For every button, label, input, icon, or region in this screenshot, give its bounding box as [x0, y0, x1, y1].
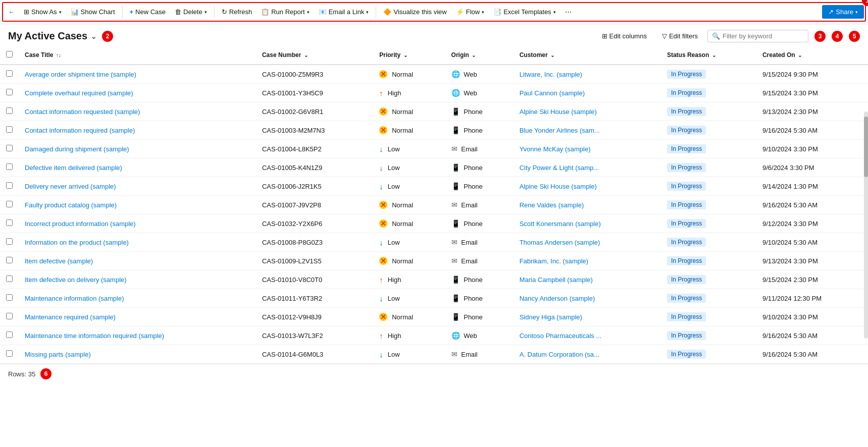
row-checkbox[interactable] [6, 238, 13, 245]
cell-origin: 🌐 Web [445, 65, 514, 84]
select-all-checkbox[interactable] [6, 51, 13, 58]
refresh-button[interactable]: ↻ Refresh [218, 6, 257, 18]
origin-cell: 📱 Phone [451, 295, 483, 302]
customer-link[interactable]: Alpine Ski House (sample) [520, 108, 597, 116]
case-title-link[interactable]: Defective item delivered (sample) [25, 164, 122, 172]
case-title-link[interactable]: Contact information requested (sample) [25, 108, 140, 116]
col-header-case-number[interactable]: Case Number ⌄ [256, 46, 373, 65]
customer-link[interactable]: Rene Valdes (sample) [520, 201, 584, 209]
cell-case-title: Faulty product catalog (sample) [19, 196, 256, 214]
col-header-status-reason[interactable]: Status Reason ⌄ [661, 46, 756, 65]
case-title-link[interactable]: Item defective (sample) [25, 257, 93, 265]
origin-label: Phone [464, 108, 483, 116]
row-checkbox[interactable] [6, 70, 13, 77]
row-checkbox[interactable] [6, 126, 13, 133]
case-title-link[interactable]: Faulty product catalog (sample) [25, 201, 117, 209]
visualize-icon: 🔶 [383, 8, 391, 16]
customer-link[interactable]: Yvonne McKay (sample) [520, 145, 591, 153]
delete-button[interactable]: 🗑 Delete ▾ [171, 6, 211, 18]
customer-link[interactable]: City Power & Light (samp... [520, 164, 599, 172]
col-header-case-title[interactable]: Case Title ↑↓ [19, 46, 256, 65]
customer-link[interactable]: Fabrikam, Inc. (sample) [520, 257, 589, 265]
status-badge: In Progress [667, 256, 706, 265]
col-header-customer[interactable]: Customer ⌄ [514, 46, 661, 65]
row-checkbox[interactable] [6, 313, 13, 319]
col-header-created-on[interactable]: Created On ⌄ [756, 46, 868, 65]
row-checkbox[interactable] [6, 257, 13, 263]
share-button[interactable]: ↗ Share ▾ [822, 5, 864, 19]
customer-link[interactable]: A. Datum Corporation (sa... [520, 351, 599, 358]
row-checkbox[interactable] [6, 201, 13, 207]
status-badge: In Progress [667, 88, 706, 97]
row-checkbox[interactable] [6, 331, 13, 338]
table-row: Maintenance time information required (s… [0, 326, 868, 345]
case-title-link[interactable]: Complete overhaul required (sample) [25, 89, 133, 97]
select-all-header [0, 46, 19, 65]
row-checkbox[interactable] [6, 89, 13, 95]
cell-customer: City Power & Light (samp... [514, 158, 661, 177]
edit-filters-button[interactable]: ▽ Edit filters [656, 29, 703, 43]
visualize-button[interactable]: 🔶 Visualize this view [379, 6, 450, 18]
view-dropdown-button[interactable]: ⌄ [90, 31, 97, 41]
annotation-circle-5: 5 [849, 31, 860, 42]
customer-link[interactable]: Paul Cannon (sample) [520, 89, 585, 97]
customer-link[interactable]: Alpine Ski House (sample) [520, 183, 597, 190]
flow-button[interactable]: ⚡ Flow ▾ [452, 6, 488, 18]
show-as-button[interactable]: ⊞ Show As ▾ [20, 6, 66, 18]
customer-link[interactable]: Scott Konersmann (sample) [520, 220, 601, 228]
case-title-link[interactable]: Item defective on delivery (sample) [25, 276, 127, 284]
case-title-link[interactable]: Maintenance required (sample) [25, 313, 116, 321]
priority-label: Low [388, 295, 400, 302]
customer-link[interactable]: Blue Yonder Airlines (sam... [520, 127, 600, 134]
scrollbar-track[interactable] [864, 111, 868, 339]
customer-link[interactable]: Contoso Pharmaceuticals ... [520, 332, 602, 340]
priority-label: Normal [392, 71, 413, 78]
case-title-link[interactable]: Incorrect product information (sample) [25, 220, 136, 228]
row-checkbox[interactable] [6, 182, 13, 189]
row-checkbox[interactable] [6, 219, 13, 226]
case-title-link[interactable]: Maintenance time information required (s… [25, 332, 164, 340]
filter-keyword-input[interactable] [723, 32, 804, 40]
case-title-link[interactable]: Delivery never arrived (sample) [25, 183, 116, 190]
cell-created-on: 9/6/2024 3:30 PM [756, 158, 868, 177]
cell-case-title: Maintenance information (sample) [19, 289, 256, 308]
show-chart-button[interactable]: 📊 Show Chart [67, 6, 119, 18]
customer-link[interactable]: Thomas Andersen (sample) [520, 239, 600, 246]
case-title-link[interactable]: Contact information required (sample) [25, 127, 135, 134]
customer-link[interactable]: Maria Campbell (sample) [520, 276, 593, 284]
status-badge: In Progress [667, 331, 706, 340]
row-checkbox[interactable] [6, 275, 13, 282]
row-checkbox[interactable] [6, 145, 13, 151]
row-checkbox[interactable] [6, 163, 13, 170]
run-report-button[interactable]: 📋 Run Report ▾ [257, 6, 313, 18]
more-button[interactable]: ⋯ [561, 6, 576, 18]
cell-case-title: Defective item delivered (sample) [19, 158, 256, 177]
origin-label: Phone [464, 127, 483, 134]
cell-priority: ↓ Low [373, 345, 445, 364]
excel-templates-button[interactable]: 📑 Excel Templates ▾ [489, 6, 559, 18]
new-case-button[interactable]: + New Case [126, 6, 170, 18]
col-header-origin[interactable]: Origin ⌄ [445, 46, 514, 65]
show-as-icon: ⊞ [24, 8, 29, 16]
priority-cell: ✕ Normal [379, 126, 413, 134]
case-title-link[interactable]: Information on the product (sample) [25, 239, 129, 246]
table-row: Average order shipment time (sample) CAS… [0, 65, 868, 84]
row-checkbox[interactable] [6, 107, 13, 114]
case-title-link[interactable]: Damaged during shipment (sample) [25, 145, 129, 153]
customer-link[interactable]: Nancy Anderson (sample) [520, 295, 595, 302]
back-button[interactable]: ← [4, 6, 19, 18]
cell-origin: ✉ Email [445, 196, 514, 214]
case-number-value: CAS-01008-P8G0Z3 [262, 239, 323, 246]
row-checkbox[interactable] [6, 350, 13, 357]
scrollbar-thumb[interactable] [864, 117, 868, 177]
case-title-link[interactable]: Missing parts (sample) [25, 351, 91, 358]
customer-link[interactable]: Litware, Inc. (sample) [520, 71, 582, 78]
case-title-link[interactable]: Average order shipment time (sample) [25, 71, 136, 78]
edit-columns-button[interactable]: ⊞ Edit columns [596, 29, 652, 43]
customer-link[interactable]: Sidney Higa (sample) [520, 313, 582, 321]
email-link-button[interactable]: 📧 Email a Link ▾ [315, 6, 373, 18]
status-badge: In Progress [667, 219, 706, 228]
col-header-priority[interactable]: Priority ⌄ [373, 46, 445, 65]
row-checkbox[interactable] [6, 294, 13, 301]
case-title-link[interactable]: Maintenance information (sample) [25, 295, 124, 302]
